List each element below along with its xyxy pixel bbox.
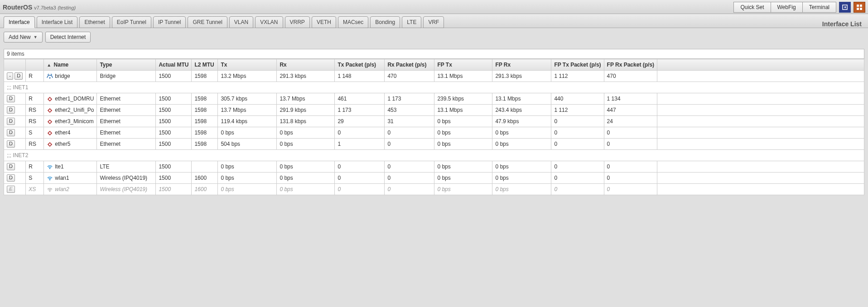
flag-e-button[interactable]: E bbox=[7, 186, 15, 193]
tab-veth[interactable]: VETH bbox=[312, 16, 336, 28]
detect-internet-button[interactable]: Detect Internet bbox=[45, 32, 91, 43]
fp-rx-cell: 291.3 kbps bbox=[492, 71, 551, 82]
tab-macsec[interactable]: MACsec bbox=[338, 16, 368, 28]
terminal-button[interactable]: Terminal bbox=[802, 2, 836, 13]
flag-d-button[interactable]: D bbox=[14, 72, 23, 80]
fp-tx-packet-cell: 0 bbox=[551, 127, 604, 139]
tx-packet-cell: 461 bbox=[335, 93, 385, 105]
table-row[interactable]: D Sether4Ethernet150015980 bps0 bps000 b… bbox=[4, 127, 864, 139]
name-cell[interactable]: ether3_Minicom bbox=[44, 116, 97, 127]
fp-tx-cell: 239.5 kbps bbox=[434, 93, 492, 105]
flag-d-button[interactable]: D bbox=[7, 174, 15, 182]
interface-name: lte1 bbox=[55, 163, 63, 170]
svg-point-13 bbox=[49, 191, 51, 192]
col-header-7[interactable]: Rx bbox=[277, 59, 335, 71]
tab-vlan[interactable]: VLAN bbox=[229, 16, 253, 28]
flag-d-button[interactable]: D bbox=[7, 106, 15, 114]
table-row[interactable]: D RSether3_MinicomEthernet15001598119.4 … bbox=[4, 116, 864, 127]
tab-vrrp[interactable]: VRRP bbox=[285, 16, 310, 28]
interface-name: ether1_DOMRU bbox=[55, 96, 94, 102]
col-header-3[interactable]: Type bbox=[97, 59, 156, 71]
rx-cell: 0 bps bbox=[277, 173, 335, 184]
table-row[interactable]: - D RbridgeBridge1500159813.2 Mbps291.3 … bbox=[4, 71, 864, 82]
logout-icon[interactable] bbox=[839, 2, 851, 13]
flag-d-button[interactable]: D bbox=[7, 140, 15, 148]
tx-cell: 0 bps bbox=[218, 173, 277, 184]
name-cell[interactable]: bridge bbox=[44, 71, 97, 82]
interface-name: bridge bbox=[55, 73, 70, 79]
rx-cell: 291.3 kbps bbox=[277, 71, 335, 82]
tab-row: InterfaceInterface ListEthernetEoIP Tunn… bbox=[0, 14, 868, 28]
rx-cell: 0 bps bbox=[277, 161, 335, 173]
col-header-1[interactable] bbox=[26, 59, 44, 71]
flag-collapse-button[interactable]: - bbox=[7, 72, 13, 80]
col-header-8[interactable]: Tx Packet (p/s) bbox=[335, 59, 385, 71]
rx-packet-cell: 453 bbox=[385, 105, 434, 116]
actual-mtu-cell: 1500 bbox=[156, 71, 192, 82]
fp-tx-packet-cell: 0 bbox=[551, 173, 604, 184]
name-cell[interactable]: wlan2 bbox=[44, 184, 97, 195]
col-header-6[interactable]: Tx bbox=[218, 59, 277, 71]
col-header-0[interactable] bbox=[4, 59, 26, 71]
col-header-12[interactable]: FP Tx Packet (p/s) bbox=[551, 59, 604, 71]
actual-mtu-cell: 1500 bbox=[156, 116, 192, 127]
name-cell[interactable]: ether1_DOMRU bbox=[44, 93, 97, 105]
name-cell[interactable]: ether5 bbox=[44, 139, 97, 150]
wl-grey-icon bbox=[47, 187, 53, 192]
tab-ip-tunnel[interactable]: IP Tunnel bbox=[153, 16, 186, 28]
name-cell[interactable]: wlan1 bbox=[44, 173, 97, 184]
col-header-10[interactable]: FP Tx bbox=[434, 59, 492, 71]
status-flags: RS bbox=[26, 105, 44, 116]
tab-lte[interactable]: LTE bbox=[402, 16, 421, 28]
type-cell: Wireless (IPQ4019) bbox=[97, 173, 156, 184]
fp-rx-packet-cell: 447 bbox=[604, 105, 657, 116]
table-row[interactable]: D Swlan1Wireless (IPQ4019)150016000 bps0… bbox=[4, 173, 864, 184]
col-header-5[interactable]: L2 MTU bbox=[192, 59, 218, 71]
table-row[interactable]: D RSether2_Unifi_PoEthernet1500159813.7 … bbox=[4, 105, 864, 116]
svg-point-12 bbox=[49, 179, 51, 181]
name-cell[interactable]: ether4 bbox=[44, 127, 97, 139]
col-header-4[interactable]: Actual MTU bbox=[156, 59, 192, 71]
spare-cell bbox=[657, 127, 864, 139]
tab-vxlan[interactable]: VXLAN bbox=[255, 16, 283, 28]
col-header-14[interactable] bbox=[657, 59, 864, 71]
tab-bonding[interactable]: Bonding bbox=[370, 16, 400, 28]
spare-cell bbox=[657, 173, 864, 184]
col-header-2[interactable]: ▲ Name bbox=[44, 59, 97, 71]
tab-gre-tunnel[interactable]: GRE Tunnel bbox=[188, 16, 227, 28]
table-row[interactable]: D RSether5Ethernet15001598504 bps0 bps10… bbox=[4, 139, 864, 150]
flags-cell: D bbox=[4, 105, 26, 116]
col-header-13[interactable]: FP Rx Packet (p/s) bbox=[604, 59, 657, 71]
add-new-button[interactable]: Add New ▼ bbox=[4, 32, 43, 43]
rx-cell: 291.9 kbps bbox=[277, 105, 335, 116]
section-row: ;;; INET2 bbox=[4, 150, 864, 161]
flag-d-button[interactable]: D bbox=[7, 95, 15, 102]
tab-eoip-tunnel[interactable]: EoIP Tunnel bbox=[112, 16, 151, 28]
flags-cell: D bbox=[4, 173, 26, 184]
webfig-button[interactable]: WebFig bbox=[771, 2, 803, 13]
flag-d-button[interactable]: D bbox=[7, 163, 15, 170]
name-cell[interactable]: ether2_Unifi_Po bbox=[44, 105, 97, 116]
dashboard-icon[interactable] bbox=[854, 2, 865, 13]
flag-d-button[interactable]: D bbox=[7, 129, 15, 136]
tab-ethernet[interactable]: Ethernet bbox=[79, 16, 110, 28]
add-new-label: Add New bbox=[9, 34, 31, 40]
table-row[interactable]: E XSwlan2Wireless (IPQ4019)150016000 bps… bbox=[4, 184, 864, 195]
table-header-row: ▲ NameTypeActual MTUL2 MTUTxRxTx Packet … bbox=[4, 59, 864, 71]
col-header-9[interactable]: Rx Packet (p/s) bbox=[385, 59, 434, 71]
tab-interface[interactable]: Interface bbox=[4, 16, 35, 28]
section-label: ;;; INET1 bbox=[4, 82, 864, 93]
tx-cell: 13.2 Mbps bbox=[218, 71, 277, 82]
table-row[interactable]: D Rether1_DOMRUEthernet15001598305.7 kbp… bbox=[4, 93, 864, 105]
tab-vrf[interactable]: VRF bbox=[423, 16, 444, 28]
quickset-button[interactable]: Quick Set bbox=[733, 2, 771, 13]
tx-packet-cell: 0 bbox=[335, 161, 385, 173]
tx-cell: 0 bps bbox=[218, 161, 277, 173]
name-cell[interactable]: lte1 bbox=[44, 161, 97, 173]
tab-interface-list[interactable]: Interface List bbox=[37, 16, 78, 28]
table-row[interactable]: D Rlte1LTE15000 bps0 bps000 bps0 bps00 bbox=[4, 161, 864, 173]
flags-cell: D bbox=[4, 127, 26, 139]
status-flags: RS bbox=[26, 116, 44, 127]
col-header-11[interactable]: FP Rx bbox=[492, 59, 551, 71]
flag-d-button[interactable]: D bbox=[7, 118, 15, 125]
